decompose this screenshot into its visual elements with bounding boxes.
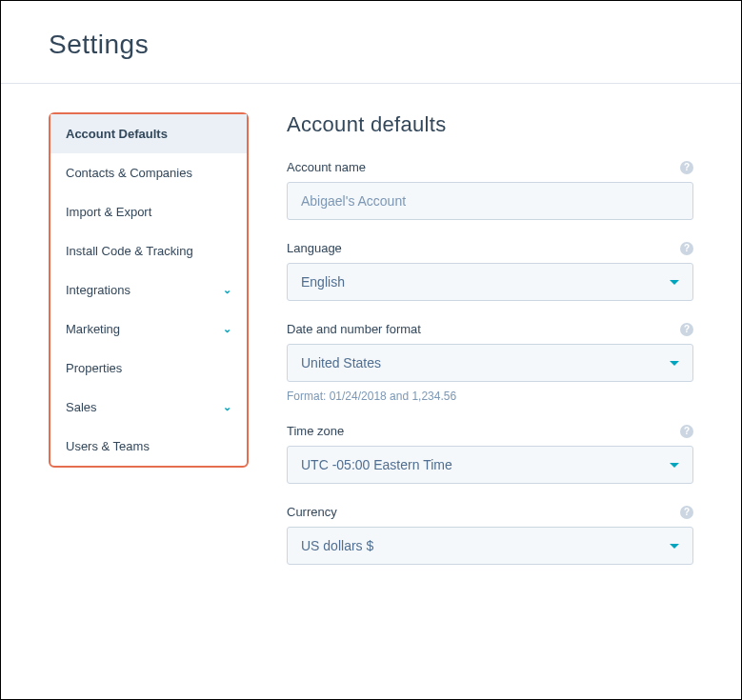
- sidebar-item-label: Marketing: [66, 322, 120, 336]
- help-icon[interactable]: ?: [680, 323, 693, 336]
- sidebar-item-install-code-tracking[interactable]: Install Code & Tracking: [50, 231, 247, 270]
- sidebar-item-label: Import & Export: [66, 205, 151, 219]
- settings-sidebar: Account Defaults Contacts & Companies Im…: [49, 112, 249, 468]
- sidebar-item-label: Account Defaults: [66, 127, 168, 141]
- help-icon[interactable]: ?: [680, 425, 693, 438]
- sidebar-item-label: Contacts & Companies: [66, 166, 192, 180]
- account-name-label: Account name: [287, 160, 366, 174]
- field-date-format: Date and number format ? United States F…: [287, 322, 693, 403]
- timezone-label: Time zone: [287, 424, 344, 438]
- sidebar-item-users-teams[interactable]: Users & Teams: [50, 427, 247, 466]
- currency-select[interactable]: US dollars $: [287, 527, 693, 565]
- sidebar-item-label: Integrations: [66, 283, 130, 297]
- date-format-value: United States: [301, 355, 381, 370]
- sidebar-item-contacts-companies[interactable]: Contacts & Companies: [50, 153, 247, 192]
- caret-down-icon: [670, 463, 679, 468]
- language-select[interactable]: English: [287, 263, 693, 301]
- date-format-select[interactable]: United States: [287, 344, 693, 382]
- help-icon[interactable]: ?: [680, 242, 693, 255]
- language-label: Language: [287, 241, 342, 255]
- field-account-name: Account name ?: [287, 160, 693, 220]
- page-title: Settings: [49, 30, 693, 60]
- help-icon[interactable]: ?: [680, 506, 693, 519]
- divider: [1, 83, 741, 84]
- field-currency: Currency ? US dollars $: [287, 505, 693, 565]
- timezone-select[interactable]: UTC -05:00 Eastern Time: [287, 446, 693, 484]
- caret-down-icon: [670, 544, 679, 549]
- sidebar-item-sales[interactable]: Sales ⌄: [50, 388, 247, 427]
- account-name-input[interactable]: [287, 182, 693, 220]
- chevron-down-icon: ⌄: [223, 284, 231, 296]
- sidebar-item-integrations[interactable]: Integrations ⌄: [50, 270, 247, 310]
- date-format-hint: Format: 01/24/2018 and 1,234.56: [287, 390, 693, 403]
- chevron-down-icon: ⌄: [223, 401, 231, 413]
- sidebar-item-account-defaults[interactable]: Account Defaults: [50, 114, 247, 153]
- currency-value: US dollars $: [301, 538, 373, 553]
- sidebar-item-marketing[interactable]: Marketing ⌄: [50, 310, 247, 349]
- field-timezone: Time zone ? UTC -05:00 Eastern Time: [287, 424, 693, 484]
- sidebar-item-import-export[interactable]: Import & Export: [50, 192, 247, 231]
- caret-down-icon: [670, 361, 679, 366]
- settings-main: Account defaults Account name ? Language…: [287, 112, 693, 586]
- main-title: Account defaults: [287, 112, 693, 137]
- currency-label: Currency: [287, 505, 337, 519]
- field-language: Language ? English: [287, 241, 693, 301]
- sidebar-item-label: Properties: [66, 361, 122, 375]
- sidebar-item-properties[interactable]: Properties: [50, 349, 247, 388]
- timezone-value: UTC -05:00 Eastern Time: [301, 457, 452, 472]
- chevron-down-icon: ⌄: [223, 323, 231, 335]
- sidebar-item-label: Sales: [66, 400, 97, 414]
- language-value: English: [301, 274, 345, 290]
- date-format-label: Date and number format: [287, 322, 421, 336]
- help-icon[interactable]: ?: [680, 161, 693, 174]
- caret-down-icon: [670, 280, 679, 285]
- sidebar-item-label: Users & Teams: [66, 439, 150, 453]
- sidebar-item-label: Install Code & Tracking: [66, 244, 193, 258]
